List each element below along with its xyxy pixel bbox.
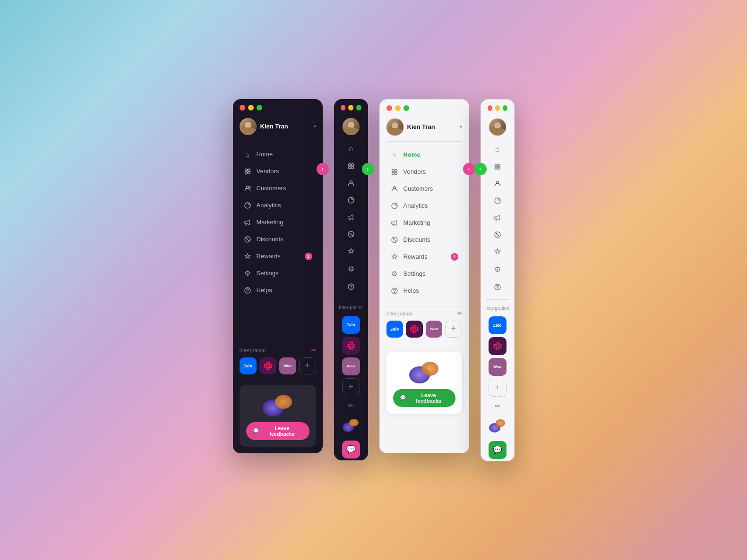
dot-yellow-lc[interactable] [495, 105, 500, 111]
feedback-btn-collapsed-dark[interactable]: 💬 [342, 441, 360, 458]
nav-marketing-collapsed-light[interactable] [485, 209, 510, 226]
integration-add-light[interactable]: + [445, 321, 462, 338]
nav-vendors-light[interactable]: Vendors [386, 163, 462, 180]
dot-yellow[interactable] [248, 105, 254, 110]
nav-arrow-light-expanded[interactable]: ‹ [463, 163, 475, 175]
nav-settings-collapsed-light[interactable]: ⚙ [485, 260, 510, 279]
pencil-edit-lc[interactable]: ✏ [481, 400, 514, 412]
slack-icon-dark[interactable] [259, 357, 276, 374]
integration-label-lc: Intergration [481, 304, 514, 313]
zalo-icon-dark[interactable]: Zalo [240, 357, 257, 374]
dropdown-arrow-dark[interactable]: ▾ [314, 124, 316, 129]
dot-red[interactable] [240, 105, 245, 110]
svg-point-0 [245, 169, 247, 171]
woo-icon-dc[interactable]: Woo [342, 357, 360, 375]
integration-add-lc[interactable]: + [489, 379, 507, 397]
svg-point-14 [275, 395, 292, 409]
nav-discounts-collapsed-dark[interactable] [338, 226, 364, 243]
nav-vendors-collapsed-light[interactable] [485, 158, 510, 175]
avatar-img-light-collapsed [489, 119, 506, 136]
nav-arrow-dark-collapsed[interactable]: › [362, 163, 374, 175]
dot-yellow-le[interactable] [395, 105, 401, 111]
dot-green-le[interactable] [404, 105, 409, 111]
slack-icon-light[interactable] [406, 321, 423, 338]
nav-settings-light[interactable]: ⚙ Settings [386, 265, 462, 282]
nav-vendors-collapsed-dark[interactable] [338, 158, 364, 175]
nav-home-collapsed-dark[interactable]: ⌂ [338, 140, 364, 158]
nav-discounts-light[interactable]: Discounts [386, 231, 462, 248]
zalo-icon-dc[interactable]: Zalo [342, 316, 360, 334]
nav-home-dark[interactable]: ⌂ Home [240, 146, 316, 163]
integration-add-dc[interactable]: + [342, 378, 360, 396]
woo-icon-light[interactable]: Woo [426, 321, 443, 338]
nav-rewards-light[interactable]: Rewards 2 [386, 248, 462, 265]
settings-icon-light: ⚙ [390, 270, 399, 278]
marketing-icon-dark [243, 218, 252, 227]
nav-home-collapsed-light[interactable]: ⌂ [485, 140, 510, 158]
nav-arrow-light-collapsed[interactable]: › [474, 163, 487, 175]
nav-helps-light[interactable]: Helps [386, 282, 462, 299]
dot-red-le[interactable] [386, 105, 392, 111]
svg-point-45 [495, 167, 497, 169]
dot-red-dc[interactable] [341, 105, 346, 110]
dot-green[interactable] [257, 105, 262, 110]
feedback-btn-collapsed-light[interactable]: 💬 [489, 441, 507, 459]
integration-add-dark[interactable]: + [299, 357, 316, 374]
svg-point-54 [497, 288, 498, 289]
nav-customers-dark[interactable]: Customers [240, 180, 316, 197]
svg-point-46 [498, 167, 500, 169]
nav-helps-collapsed-light[interactable] [485, 279, 510, 296]
zalo-icon-lc[interactable]: Zalo [489, 316, 507, 334]
nav-helps-dark[interactable]: Helps [240, 282, 316, 299]
zalo-label-lc: Zalo [493, 323, 502, 328]
woo-icon-dark[interactable]: Woo [279, 357, 296, 374]
nav-analytics-collapsed-light[interactable] [485, 192, 510, 209]
nav-customers-collapsed-dark[interactable] [338, 175, 364, 192]
nav-analytics-collapsed-dark[interactable] [338, 192, 364, 209]
dot-green-lc[interactable] [503, 105, 507, 111]
nav-settings-collapsed-dark[interactable]: ⚙ [338, 260, 364, 278]
nav-home-label-dark: Home [257, 151, 273, 158]
feedback-button-light[interactable]: 💬 Leave feedbacks [393, 389, 455, 407]
dropdown-arrow-light[interactable]: ▾ [460, 124, 462, 129]
nav-helps-collapsed-dark[interactable] [338, 278, 364, 295]
avatar-light-collapsed [489, 119, 506, 136]
nav-marketing-light[interactable]: Marketing [386, 214, 462, 231]
nav-rewards-collapsed-light[interactable] [485, 243, 510, 260]
feedback-button-dark[interactable]: 💬 Leave feedbacks [246, 422, 309, 440]
nav-arrow-dark-expanded[interactable]: ‹ [317, 163, 329, 175]
nav-marketing-dark[interactable]: Marketing [240, 214, 316, 231]
nav-rewards-dark[interactable]: Rewards 2 [240, 248, 316, 265]
avatar-img-dark-collapsed [343, 118, 360, 135]
nav-customers-light[interactable]: Customers [386, 180, 462, 197]
pencil-edit-dc[interactable]: ✏ [334, 400, 368, 411]
woo-label-light: Woo [430, 327, 438, 331]
edit-pencil-dark[interactable]: ✏ [311, 347, 316, 354]
integration-icons-dark: Zalo Woo + [240, 357, 316, 374]
nav-rewards-label-dark: Rewards [257, 253, 281, 260]
dot-green-dc[interactable] [356, 105, 361, 110]
zalo-icon-light[interactable]: Zalo [386, 321, 404, 338]
edit-pencil-light[interactable]: ✏ [457, 310, 462, 317]
nav-customers-collapsed-light[interactable] [485, 175, 510, 192]
nav-home-light[interactable]: ⌂ Home [386, 146, 462, 163]
nav-marketing-label-dark: Marketing [257, 219, 283, 226]
nav-discounts-dark[interactable]: Discounts [240, 231, 316, 248]
nav-analytics-light[interactable]: Analytics [386, 197, 462, 214]
nav-settings-label-light: Settings [404, 270, 426, 277]
nav-settings-dark[interactable]: ⚙ Settings [240, 265, 316, 282]
dot-yellow-dc[interactable] [348, 105, 353, 110]
nav-marketing-collapsed-dark[interactable] [338, 209, 364, 226]
nav-discounts-collapsed-light[interactable] [485, 226, 510, 243]
slack-icon-dc[interactable] [342, 337, 360, 355]
nav-rewards-collapsed-dark[interactable] [338, 243, 364, 260]
svg-point-17 [348, 166, 351, 169]
slack-icon-lc[interactable] [489, 337, 507, 355]
sidebars-container: Kien Tran ▾ ⌂ Home Vendors [233, 99, 515, 461]
nav-vendors-dark[interactable]: Vendors [240, 163, 316, 180]
svg-point-43 [495, 164, 497, 166]
nav-rewards-label-light: Rewards [404, 253, 428, 260]
dot-red-lc[interactable] [488, 105, 492, 111]
nav-analytics-dark[interactable]: Analytics [240, 197, 316, 214]
woo-icon-lc[interactable]: Woo [489, 358, 507, 376]
